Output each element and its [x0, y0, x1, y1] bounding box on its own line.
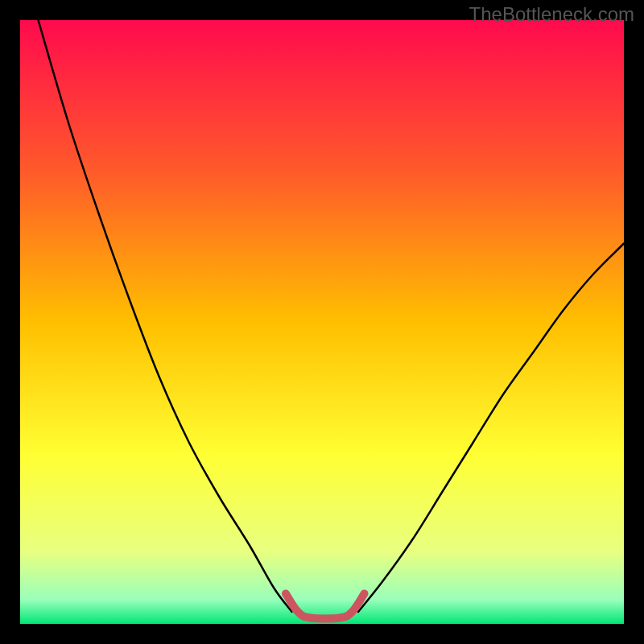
- plot-area: [20, 20, 624, 624]
- chart-svg: [20, 20, 624, 624]
- watermark-text: TheBottleneck.com: [469, 3, 634, 26]
- gradient-background: [20, 20, 624, 624]
- chart-container: TheBottleneck.com: [0, 0, 644, 644]
